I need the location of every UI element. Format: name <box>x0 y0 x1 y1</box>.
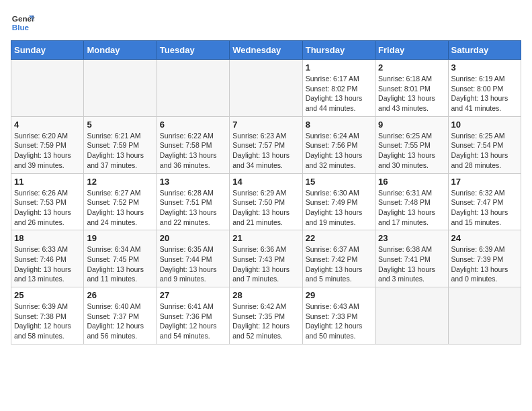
day-detail: Sunrise: 6:24 AM Sunset: 7:56 PM Dayligh… <box>306 131 372 171</box>
calendar-week-4: 18Sunrise: 6:33 AM Sunset: 7:46 PM Dayli… <box>11 230 521 287</box>
calendar-cell <box>230 60 302 117</box>
calendar-cell: 19Sunrise: 6:34 AM Sunset: 7:45 PM Dayli… <box>84 230 157 287</box>
svg-text:General: General <box>12 14 35 23</box>
calendar-cell: 21Sunrise: 6:36 AM Sunset: 7:43 PM Dayli… <box>230 230 302 287</box>
calendar-header-tuesday: Tuesday <box>157 41 229 60</box>
calendar: SundayMondayTuesdayWednesdayThursdayFrid… <box>11 40 521 345</box>
calendar-cell: 7Sunrise: 6:23 AM Sunset: 7:57 PM Daylig… <box>230 116 302 173</box>
calendar-cell: 3Sunrise: 6:19 AM Sunset: 8:00 PM Daylig… <box>448 60 521 117</box>
day-detail: Sunrise: 6:25 AM Sunset: 7:55 PM Dayligh… <box>378 131 445 171</box>
day-number: 29 <box>306 290 372 300</box>
day-number: 6 <box>160 120 226 130</box>
day-detail: Sunrise: 6:36 AM Sunset: 7:43 PM Dayligh… <box>232 244 299 284</box>
day-detail: Sunrise: 6:22 AM Sunset: 7:58 PM Dayligh… <box>160 131 226 171</box>
calendar-cell <box>375 287 448 345</box>
day-detail: Sunrise: 6:28 AM Sunset: 7:51 PM Dayligh… <box>160 188 226 228</box>
calendar-cell <box>448 287 521 345</box>
day-number: 26 <box>87 290 153 300</box>
calendar-week-3: 11Sunrise: 6:26 AM Sunset: 7:53 PM Dayli… <box>11 173 521 230</box>
day-detail: Sunrise: 6:35 AM Sunset: 7:44 PM Dayligh… <box>160 244 226 284</box>
day-detail: Sunrise: 6:26 AM Sunset: 7:53 PM Dayligh… <box>14 188 81 228</box>
calendar-header-saturday: Saturday <box>448 41 521 60</box>
calendar-cell: 29Sunrise: 6:43 AM Sunset: 7:33 PM Dayli… <box>302 287 375 345</box>
calendar-cell: 10Sunrise: 6:25 AM Sunset: 7:54 PM Dayli… <box>448 116 521 173</box>
calendar-cell: 12Sunrise: 6:27 AM Sunset: 7:52 PM Dayli… <box>84 173 157 230</box>
day-number: 12 <box>87 177 153 187</box>
day-number: 7 <box>232 120 299 130</box>
calendar-cell: 8Sunrise: 6:24 AM Sunset: 7:56 PM Daylig… <box>302 116 375 173</box>
day-number: 8 <box>306 120 372 130</box>
day-detail: Sunrise: 6:23 AM Sunset: 7:57 PM Dayligh… <box>232 131 299 171</box>
day-detail: Sunrise: 6:39 AM Sunset: 7:39 PM Dayligh… <box>451 244 518 284</box>
day-detail: Sunrise: 6:21 AM Sunset: 7:59 PM Dayligh… <box>87 131 153 171</box>
calendar-week-5: 25Sunrise: 6:39 AM Sunset: 7:38 PM Dayli… <box>11 287 521 345</box>
day-detail: Sunrise: 6:30 AM Sunset: 7:49 PM Dayligh… <box>306 188 372 228</box>
day-detail: Sunrise: 6:27 AM Sunset: 7:52 PM Dayligh… <box>87 188 153 228</box>
calendar-cell: 25Sunrise: 6:39 AM Sunset: 7:38 PM Dayli… <box>11 287 84 345</box>
calendar-header-thursday: Thursday <box>302 41 375 60</box>
calendar-cell: 11Sunrise: 6:26 AM Sunset: 7:53 PM Dayli… <box>11 173 84 230</box>
calendar-cell: 23Sunrise: 6:38 AM Sunset: 7:41 PM Dayli… <box>375 230 448 287</box>
calendar-header-sunday: Sunday <box>11 41 84 60</box>
day-number: 13 <box>160 177 226 187</box>
logo-icon: General Blue <box>11 11 35 35</box>
calendar-cell: 6Sunrise: 6:22 AM Sunset: 7:58 PM Daylig… <box>157 116 229 173</box>
day-detail: Sunrise: 6:42 AM Sunset: 7:35 PM Dayligh… <box>232 302 299 341</box>
calendar-cell: 22Sunrise: 6:37 AM Sunset: 7:42 PM Dayli… <box>302 230 375 287</box>
day-detail: Sunrise: 6:34 AM Sunset: 7:45 PM Dayligh… <box>87 244 153 284</box>
day-detail: Sunrise: 6:19 AM Sunset: 8:00 PM Dayligh… <box>451 74 518 113</box>
day-number: 4 <box>14 120 81 130</box>
day-number: 9 <box>378 120 445 130</box>
day-detail: Sunrise: 6:31 AM Sunset: 7:48 PM Dayligh… <box>378 188 445 228</box>
day-detail: Sunrise: 6:17 AM Sunset: 8:02 PM Dayligh… <box>306 74 372 113</box>
calendar-cell: 28Sunrise: 6:42 AM Sunset: 7:35 PM Dayli… <box>230 287 302 345</box>
day-detail: Sunrise: 6:39 AM Sunset: 7:38 PM Dayligh… <box>14 302 81 341</box>
calendar-cell: 27Sunrise: 6:41 AM Sunset: 7:36 PM Dayli… <box>157 287 229 345</box>
day-detail: Sunrise: 6:25 AM Sunset: 7:54 PM Dayligh… <box>451 131 518 171</box>
calendar-cell: 16Sunrise: 6:31 AM Sunset: 7:48 PM Dayli… <box>375 173 448 230</box>
day-number: 17 <box>451 177 518 187</box>
day-number: 24 <box>451 233 518 243</box>
day-detail: Sunrise: 6:32 AM Sunset: 7:47 PM Dayligh… <box>451 188 518 228</box>
day-number: 22 <box>306 233 372 243</box>
calendar-cell: 5Sunrise: 6:21 AM Sunset: 7:59 PM Daylig… <box>84 116 157 173</box>
calendar-header-row: SundayMondayTuesdayWednesdayThursdayFrid… <box>11 41 521 60</box>
day-number: 20 <box>160 233 226 243</box>
svg-text:Blue: Blue <box>12 23 30 32</box>
calendar-cell: 4Sunrise: 6:20 AM Sunset: 7:59 PM Daylig… <box>11 116 84 173</box>
day-number: 14 <box>232 177 299 187</box>
day-number: 18 <box>14 233 81 243</box>
calendar-cell: 9Sunrise: 6:25 AM Sunset: 7:55 PM Daylig… <box>375 116 448 173</box>
day-number: 25 <box>14 290 81 300</box>
calendar-header-monday: Monday <box>84 41 157 60</box>
day-number: 28 <box>232 290 299 300</box>
calendar-body: 1Sunrise: 6:17 AM Sunset: 8:02 PM Daylig… <box>11 60 521 345</box>
calendar-cell <box>11 60 84 117</box>
calendar-cell: 14Sunrise: 6:29 AM Sunset: 7:50 PM Dayli… <box>230 173 302 230</box>
day-number: 15 <box>306 177 372 187</box>
day-detail: Sunrise: 6:38 AM Sunset: 7:41 PM Dayligh… <box>378 244 445 284</box>
calendar-cell: 1Sunrise: 6:17 AM Sunset: 8:02 PM Daylig… <box>302 60 375 117</box>
day-detail: Sunrise: 6:40 AM Sunset: 7:37 PM Dayligh… <box>87 302 153 341</box>
day-number: 23 <box>378 233 445 243</box>
day-detail: Sunrise: 6:29 AM Sunset: 7:50 PM Dayligh… <box>232 188 299 228</box>
day-number: 27 <box>160 290 226 300</box>
day-detail: Sunrise: 6:18 AM Sunset: 8:01 PM Dayligh… <box>378 74 445 113</box>
calendar-cell <box>157 60 229 117</box>
day-number: 21 <box>232 233 299 243</box>
day-number: 10 <box>451 120 518 130</box>
calendar-cell: 26Sunrise: 6:40 AM Sunset: 7:37 PM Dayli… <box>84 287 157 345</box>
calendar-cell <box>84 60 157 117</box>
calendar-cell: 20Sunrise: 6:35 AM Sunset: 7:44 PM Dayli… <box>157 230 229 287</box>
day-number: 1 <box>306 62 372 73</box>
day-detail: Sunrise: 6:33 AM Sunset: 7:46 PM Dayligh… <box>14 244 81 284</box>
calendar-cell: 24Sunrise: 6:39 AM Sunset: 7:39 PM Dayli… <box>448 230 521 287</box>
calendar-cell: 18Sunrise: 6:33 AM Sunset: 7:46 PM Dayli… <box>11 230 84 287</box>
day-number: 19 <box>87 233 153 243</box>
logo: General Blue <box>11 11 35 35</box>
day-number: 11 <box>14 177 81 187</box>
day-number: 3 <box>451 62 518 73</box>
calendar-cell: 2Sunrise: 6:18 AM Sunset: 8:01 PM Daylig… <box>375 60 448 117</box>
day-number: 2 <box>378 62 445 73</box>
header: General Blue <box>11 11 521 35</box>
